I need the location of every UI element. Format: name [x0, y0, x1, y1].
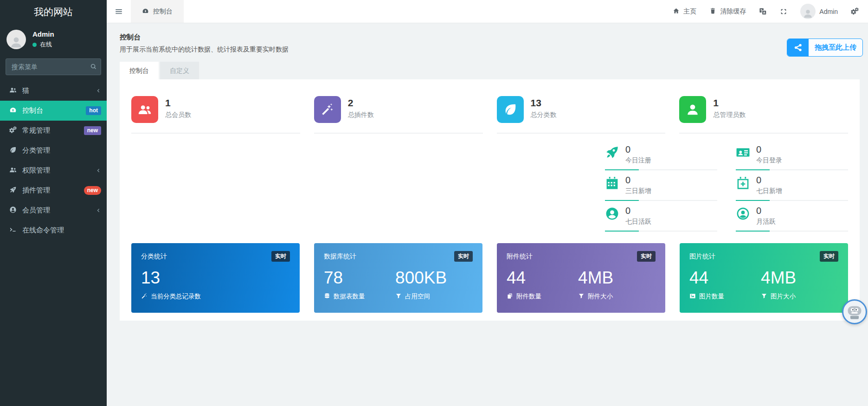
- home-button[interactable]: 主页: [673, 7, 696, 16]
- stat-label: 总管理员数: [713, 111, 746, 119]
- content-tabs: 控制台 自定义: [120, 62, 868, 79]
- topbar: 控制台 主页 清除缓存 Admin: [107, 0, 868, 23]
- topbar-right: 主页 清除缓存 Admin: [673, 0, 868, 23]
- filter-icon: [395, 293, 402, 300]
- language-icon[interactable]: [759, 7, 767, 15]
- search-icon[interactable]: [86, 59, 101, 75]
- clear-cache-button[interactable]: 清除缓存: [709, 7, 746, 16]
- users-icon: [9, 86, 17, 95]
- site-title: 我的网站: [0, 0, 107, 24]
- stat-total-addons: 2 总插件数: [314, 96, 483, 134]
- sidebar-user-panel: Admin 在线: [0, 24, 107, 56]
- topbar-user[interactable]: Admin: [800, 4, 838, 19]
- realtime-badge: 实时: [454, 251, 473, 262]
- mini-stats-grid: 0 今日注册 0 今日登录 0 三日新增: [605, 144, 848, 236]
- tab-custom[interactable]: 自定义: [160, 62, 199, 79]
- magic-wand-icon: [314, 96, 341, 123]
- stat-7day-new: 0 七日新增: [736, 175, 848, 201]
- user-icon: [679, 96, 706, 123]
- stat-label: 总会员数: [165, 111, 191, 119]
- sidebar-search: [6, 58, 101, 75]
- sidebar-menu: 猫 控制台 hot 常规管理 new 分类管理 权限管理 插件管理 new: [0, 81, 107, 240]
- sidebar-item-member[interactable]: 会员管理: [0, 200, 107, 220]
- stat-today-register: 0 今日注册: [605, 144, 717, 170]
- robot-icon: [846, 303, 863, 320]
- rocket-icon: [605, 145, 619, 165]
- card-category-stats: 分类统计 实时 13 当前分类总记录数: [131, 243, 300, 313]
- cogs-icon: [9, 126, 17, 135]
- chevron-left-icon: [95, 207, 101, 214]
- content: 控制台 用于展示当前系统中的统计数据、统计报表及重要实时数据 拖拽至此上传 控制…: [107, 23, 868, 406]
- user-circle-outline-icon: [736, 206, 750, 226]
- share-nodes-icon: [787, 39, 809, 56]
- page-title: 控制台: [120, 33, 868, 42]
- stat-value: 2: [348, 97, 374, 109]
- home-icon: [673, 7, 680, 15]
- sidebar-item-category[interactable]: 分类管理: [0, 141, 107, 161]
- tab-dashboard[interactable]: 控制台: [120, 62, 159, 79]
- topbar-tab-dashboard[interactable]: 控制台: [131, 0, 184, 23]
- chevron-left-icon: [95, 87, 101, 94]
- chat-robot-button[interactable]: [842, 299, 867, 324]
- big-stats-row: 1 总会员数 2 总插件数 13 总分类数: [131, 96, 848, 134]
- dashboard-panel: 1 总会员数 2 总插件数 13 总分类数: [120, 79, 860, 321]
- hamburger-icon[interactable]: [107, 0, 131, 23]
- leaf-icon: [497, 96, 524, 123]
- online-status-dot: [32, 43, 37, 47]
- new-badge: new: [84, 186, 101, 194]
- card-image-stats: 图片统计 实时 44 图片数量 4MB 图片大小: [680, 243, 848, 313]
- calendar-plus-icon: [736, 176, 750, 195]
- upload-button[interactable]: 拖拽至此上传: [787, 39, 863, 57]
- fullscreen-icon[interactable]: [780, 8, 787, 15]
- realtime-badge: 实时: [271, 251, 290, 262]
- upload-button-label: 拖拽至此上传: [809, 39, 862, 56]
- sidebar-item-general[interactable]: 常规管理 new: [0, 121, 107, 141]
- realtime-badge: 实时: [820, 251, 838, 262]
- user-circle-icon: [605, 206, 619, 226]
- stat-7day-active: 0 七日活跃: [605, 206, 717, 232]
- sidebar: 我的网站 Admin 在线 猫 控制台 hot 常规管理 new: [0, 0, 107, 406]
- sidebar-item-command[interactable]: 在线命令管理: [0, 220, 107, 240]
- sidebar-item-dashboard[interactable]: 控制台 hot: [0, 101, 107, 121]
- settings-icon[interactable]: [851, 7, 859, 15]
- stat-label: 总分类数: [531, 111, 557, 119]
- stat-total-members: 1 总会员数: [131, 96, 300, 134]
- stat-today-login: 0 今日登录: [736, 144, 848, 170]
- calendar-icon: [605, 176, 619, 195]
- user-status-label: 在线: [40, 40, 52, 49]
- summary-cards: 分类统计 实时 13 当前分类总记录数 数据库统计 实时: [131, 243, 848, 313]
- id-card-icon: [736, 145, 750, 165]
- terminal-icon: [9, 226, 17, 234]
- sidebar-item-auth[interactable]: 权限管理: [0, 161, 107, 180]
- dashboard-icon: [9, 106, 17, 115]
- main-area: 控制台 主页 清除缓存 Admin 控制台 用于展示当前系统中的统计数据、统计报…: [107, 0, 868, 406]
- filter-icon: [761, 293, 767, 300]
- avatar[interactable]: [6, 30, 26, 49]
- dashboard-icon: [142, 7, 149, 15]
- users-icon: [9, 166, 17, 174]
- page-subtitle: 用于展示当前系统中的统计数据、统计报表及重要实时数据: [120, 45, 868, 54]
- stat-value: 1: [165, 97, 191, 109]
- filter-icon: [578, 293, 585, 300]
- user-circle-icon: [9, 206, 17, 214]
- new-badge: new: [84, 126, 101, 135]
- chevron-left-icon: [95, 167, 101, 174]
- stat-month-active: 0 月活跃: [736, 206, 848, 232]
- sidebar-item-addon[interactable]: 插件管理 new: [0, 180, 107, 200]
- database-icon: [324, 293, 330, 300]
- hot-badge: hot: [86, 106, 101, 115]
- user-name: Admin: [32, 30, 54, 38]
- stat-value: 1: [713, 97, 746, 109]
- user-status: 在线: [32, 40, 54, 49]
- page-head: 控制台 用于展示当前系统中的统计数据、统计报表及重要实时数据: [107, 23, 868, 54]
- card-database-stats: 数据库统计 实时 78 数据表数量 800KB 占用空间: [314, 243, 482, 313]
- sidebar-item-cat[interactable]: 猫: [0, 81, 107, 101]
- image-icon: [689, 293, 696, 300]
- stat-total-categories: 13 总分类数: [497, 96, 666, 134]
- card-attachment-stats: 附件统计 实时 44 附件数量 4MB 附件大小: [497, 243, 665, 313]
- magic-wand-icon: [141, 293, 148, 300]
- trash-icon: [709, 7, 716, 15]
- realtime-badge: 实时: [637, 251, 656, 262]
- stat-value: 13: [531, 97, 557, 109]
- stat-label: 总插件数: [348, 111, 374, 119]
